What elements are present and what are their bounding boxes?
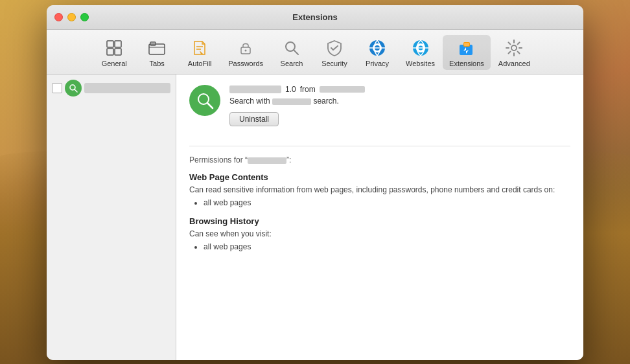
main-window: Extensions General: [47, 5, 583, 360]
extension-info: 1.0 from Search with search. Uninstall: [229, 85, 570, 137]
ext-desc: Search with search.: [229, 97, 570, 106]
toolbar-item-extensions[interactable]: Extensions: [443, 35, 491, 70]
svg-point-24: [511, 45, 517, 51]
permission-section-web: Web Page Contents Can read sensitive inf…: [189, 172, 570, 207]
browsing-history-heading: Browsing History: [189, 216, 570, 226]
close-button[interactable]: [54, 13, 63, 21]
web-page-list: all web pages: [189, 198, 570, 207]
sidebar-checkbox[interactable]: [52, 83, 62, 93]
tabs-label: Tabs: [150, 60, 165, 67]
sidebar: [47, 74, 176, 360]
ext-version: 1.0: [285, 85, 296, 94]
web-page-desc: Can read sensitive information from web …: [189, 184, 570, 196]
ext-from: from: [300, 85, 316, 94]
web-page-heading: Web Page Contents: [189, 172, 570, 182]
toolbar-item-websites[interactable]: Websites: [399, 35, 441, 70]
search-suffix: search.: [313, 97, 338, 106]
sidebar-item-name-bar: [84, 83, 170, 93]
ext-from-bar: [320, 86, 365, 93]
search-text: Search with: [229, 97, 270, 106]
uninstall-button[interactable]: Uninstall: [229, 112, 279, 126]
content-area: 1.0 from Search with search. Uninstall P…: [47, 74, 583, 360]
ext-desc-bar: [272, 98, 311, 105]
search-label: Search: [281, 60, 303, 67]
toolbar-item-advanced[interactable]: Advanced: [492, 35, 537, 70]
toolbar-item-passwords[interactable]: Passwords: [222, 35, 270, 70]
svg-rect-2: [107, 49, 113, 55]
svg-rect-3: [115, 49, 121, 55]
extension-icon: [189, 85, 220, 116]
toolbar: General Tabs: [47, 30, 583, 74]
svg-line-26: [75, 89, 77, 92]
toolbar-item-tabs[interactable]: Tabs: [136, 35, 178, 70]
security-icon: [324, 38, 345, 58]
toolbar-item-general[interactable]: General: [93, 35, 135, 70]
divider: [189, 146, 570, 146]
svg-rect-0: [107, 41, 113, 47]
svg-rect-1: [115, 41, 121, 47]
main-panel: 1.0 from Search with search. Uninstall P…: [176, 74, 583, 360]
svg-point-10: [245, 50, 247, 52]
sidebar-extension-icon: [65, 80, 82, 97]
browsing-history-list-item: all web pages: [204, 242, 570, 251]
toolbar-item-search[interactable]: Search: [271, 35, 312, 70]
svg-line-28: [207, 103, 213, 108]
extension-header: 1.0 from Search with search. Uninstall: [189, 85, 570, 137]
privacy-label: Privacy: [366, 60, 389, 67]
permission-section-history: Browsing History Can see when you visit:…: [189, 216, 570, 251]
maximize-button[interactable]: [80, 13, 89, 21]
perm-suffix: ”:: [286, 155, 291, 165]
autofill-icon: [189, 38, 210, 58]
tabs-icon: [146, 38, 167, 58]
toolbar-item-privacy[interactable]: Privacy: [356, 35, 398, 70]
websites-label: Websites: [406, 60, 435, 67]
perm-prefix: Permissions for “: [189, 155, 248, 165]
privacy-icon: [367, 38, 388, 58]
browsing-history-list: all web pages: [189, 242, 570, 251]
ext-name-bar: [229, 85, 281, 93]
version-row: 1.0 from: [229, 85, 570, 94]
web-page-list-item: all web pages: [204, 198, 570, 207]
general-icon: [104, 38, 124, 58]
toolbar-item-security[interactable]: Security: [314, 35, 355, 70]
autofill-label: AutoFill: [188, 60, 212, 67]
window-title: Extensions: [292, 12, 337, 22]
svg-rect-23: [464, 43, 469, 46]
sidebar-toolbar: [52, 80, 170, 97]
toolbar-item-autofill[interactable]: AutoFill: [179, 35, 220, 70]
extensions-icon: [456, 38, 477, 58]
minimize-button[interactable]: [67, 13, 76, 21]
extensions-label: Extensions: [449, 60, 484, 67]
search-toolbar-icon: [281, 38, 302, 58]
advanced-label: Advanced: [498, 60, 530, 67]
perm-name-bar: [248, 157, 286, 164]
websites-icon: [410, 38, 431, 58]
security-label: Security: [321, 60, 347, 67]
general-label: General: [102, 60, 127, 67]
titlebar: Extensions: [47, 5, 583, 30]
traffic-lights: [54, 13, 89, 21]
passwords-icon: [235, 38, 256, 58]
svg-line-12: [294, 50, 298, 54]
browsing-history-desc: Can see when you visit:: [189, 228, 570, 240]
passwords-label: Passwords: [228, 60, 263, 67]
permissions-title: Permissions for “”:: [189, 155, 570, 165]
advanced-icon: [504, 38, 524, 58]
